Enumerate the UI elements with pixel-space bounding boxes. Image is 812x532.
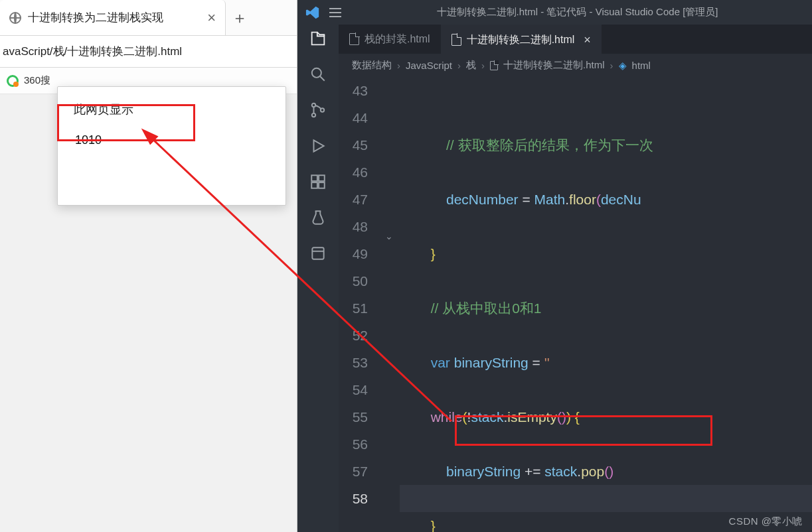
code-content[interactable]: // 获取整除后的结果，作为下一次 decNumber = Math.floor… bbox=[400, 77, 812, 532]
line-number: 45 bbox=[339, 131, 368, 159]
line-number: 48 bbox=[339, 213, 368, 240]
svg-point-0 bbox=[312, 68, 321, 78]
bookmark-favicon-icon bbox=[7, 75, 19, 87]
browser-tab-active[interactable]: 十进制转换为二进制栈实现 × bbox=[0, 0, 226, 35]
breadcrumb-segment[interactable]: 数据结构 bbox=[352, 59, 392, 72]
fold-gutter: ⌄ bbox=[380, 77, 400, 532]
page-content: 此网页显示 1010 bbox=[0, 94, 297, 532]
address-text: avaScript/栈/十进制转换二进制.html bbox=[3, 44, 182, 59]
close-icon[interactable]: × bbox=[207, 9, 216, 27]
line-number: 46 bbox=[339, 159, 368, 186]
book-icon[interactable] bbox=[308, 243, 328, 263]
svg-point-2 bbox=[312, 103, 315, 107]
line-number: 56 bbox=[339, 431, 368, 458]
line-number: 43 bbox=[339, 77, 368, 104]
bookmark-label[interactable]: 360搜 bbox=[24, 74, 50, 87]
editor-tab-label: 栈的封装.html bbox=[365, 33, 430, 46]
browser-window: 十进制转换为二进制栈实现 × ＋ avaScript/栈/十进制转换二进制.ht… bbox=[0, 0, 297, 532]
close-icon[interactable]: × bbox=[584, 33, 591, 47]
line-number: 49 bbox=[339, 240, 368, 267]
search-icon[interactable] bbox=[308, 64, 328, 84]
watermark: CSDN @零小唬 bbox=[729, 515, 803, 528]
run-debug-icon[interactable] bbox=[308, 136, 328, 156]
svg-marker-5 bbox=[314, 140, 324, 151]
symbol-icon: ◈ bbox=[619, 60, 627, 72]
alert-body: 1010 bbox=[74, 129, 270, 151]
editor-tabs: 栈的封装.html 十进制转换二进制.html × bbox=[339, 25, 812, 54]
svg-rect-11 bbox=[312, 247, 323, 259]
line-number: 44 bbox=[339, 104, 368, 131]
browser-tabbar: 十进制转换为二进制栈实现 × ＋ bbox=[0, 0, 297, 36]
js-alert-dialog: 此网页显示 1010 bbox=[57, 86, 286, 206]
vscode-logo-icon bbox=[305, 5, 320, 20]
line-number: 54 bbox=[339, 376, 368, 403]
code-editor[interactable]: 43 44 45 46 47 48 49 50 51 52 53 54 55 5… bbox=[339, 77, 812, 532]
file-icon bbox=[349, 33, 359, 45]
extensions-icon[interactable] bbox=[308, 172, 328, 192]
activity-bar bbox=[297, 25, 339, 532]
new-tab-button[interactable]: ＋ bbox=[226, 7, 254, 29]
explorer-icon[interactable] bbox=[308, 29, 328, 48]
testing-icon[interactable] bbox=[308, 208, 328, 228]
current-line-highlight bbox=[400, 485, 812, 512]
editor-tab-active[interactable]: 十进制转换二进制.html × bbox=[441, 25, 602, 54]
editor-tab-inactive[interactable]: 栈的封装.html bbox=[339, 25, 441, 54]
plus-icon: ＋ bbox=[232, 7, 248, 29]
svg-rect-7 bbox=[319, 175, 325, 181]
menu-icon[interactable] bbox=[329, 8, 341, 17]
address-bar[interactable]: avaScript/栈/十进制转换二进制.html bbox=[0, 36, 297, 68]
editor-tab-label: 十进制转换二进制.html bbox=[467, 33, 575, 47]
line-number: 52 bbox=[339, 322, 368, 349]
breadcrumb-segment[interactable]: JavaScript bbox=[406, 60, 452, 71]
line-number: 51 bbox=[339, 295, 368, 322]
line-number: 55 bbox=[339, 403, 368, 431]
file-icon bbox=[451, 34, 461, 46]
svg-point-3 bbox=[312, 113, 315, 117]
line-gutter: 43 44 45 46 47 48 49 50 51 52 53 54 55 5… bbox=[339, 77, 380, 532]
svg-rect-6 bbox=[311, 175, 317, 181]
globe-icon bbox=[9, 12, 21, 24]
file-icon bbox=[490, 61, 498, 70]
svg-line-1 bbox=[320, 76, 325, 81]
breadcrumb-segment[interactable]: html bbox=[632, 60, 651, 71]
chevron-down-icon[interactable]: ⌄ bbox=[385, 223, 393, 250]
line-number: 57 bbox=[339, 458, 368, 485]
vscode-titlebar: 十进制转换二进制.html - 笔记代码 - Visual Studio Cod… bbox=[297, 0, 812, 25]
breadcrumb-segment[interactable]: 栈 bbox=[466, 59, 476, 72]
alert-title: 此网页显示 bbox=[74, 101, 270, 117]
line-number: 50 bbox=[339, 267, 368, 295]
source-control-icon[interactable] bbox=[308, 100, 328, 120]
vscode-title-text: 十进制转换二进制.html - 笔记代码 - Visual Studio Cod… bbox=[351, 6, 804, 19]
breadcrumb-segment[interactable]: 十进制转换二进制.html bbox=[503, 59, 605, 72]
line-number: 58 bbox=[339, 485, 368, 512]
line-number: 53 bbox=[339, 349, 368, 376]
line-number: 47 bbox=[339, 186, 368, 213]
breadcrumb[interactable]: 数据结构› JavaScript› 栈› 十进制转换二进制.html› ◈ ht… bbox=[339, 54, 812, 77]
svg-rect-9 bbox=[319, 182, 325, 188]
vscode-window: 十进制转换二进制.html - 笔记代码 - Visual Studio Cod… bbox=[297, 0, 812, 532]
browser-tab-title: 十进制转换为二进制栈实现 bbox=[28, 10, 201, 25]
svg-rect-8 bbox=[311, 182, 317, 188]
